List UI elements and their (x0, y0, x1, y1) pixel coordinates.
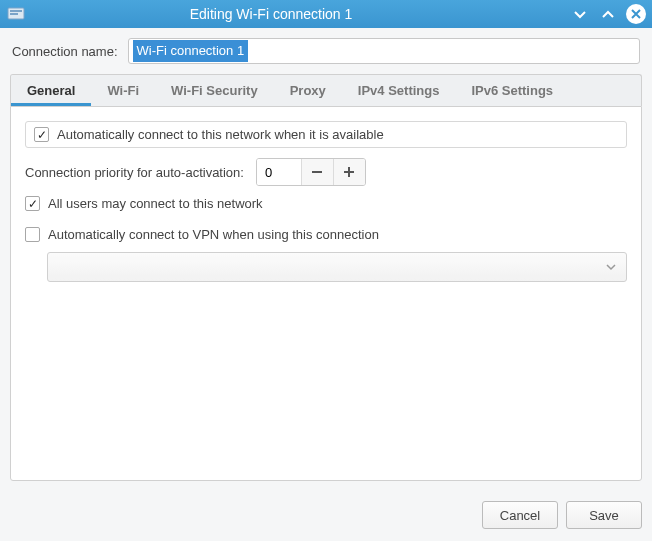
window-title: Editing Wi-Fi connection 1 (0, 6, 570, 22)
window-controls (570, 4, 646, 24)
priority-increment-button[interactable] (333, 159, 365, 185)
maximize-button[interactable] (598, 4, 618, 24)
dialog-footer: Cancel Save (0, 491, 652, 541)
vpn-checkbox[interactable] (25, 227, 40, 242)
titlebar: Editing Wi-Fi connection 1 (0, 0, 652, 28)
save-button[interactable]: Save (566, 501, 642, 529)
priority-row: Connection priority for auto-activation: (25, 158, 627, 186)
minimize-button[interactable] (570, 4, 590, 24)
window-root: Editing Wi-Fi connection 1 Connection na… (0, 0, 652, 541)
tab-proxy[interactable]: Proxy (274, 75, 342, 106)
all-users-row: All users may connect to this network (25, 196, 627, 211)
vpn-select[interactable] (47, 252, 627, 282)
priority-input[interactable] (257, 159, 301, 185)
auto-connect-row: Automatically connect to this network wh… (25, 121, 627, 148)
svg-rect-3 (312, 171, 322, 173)
tab-wifi-security[interactable]: Wi-Fi Security (155, 75, 274, 106)
content-area: Connection name: Wi-Fi connection 1 Gene… (0, 28, 652, 491)
tab-wifi[interactable]: Wi-Fi (91, 75, 155, 106)
tab-ipv6[interactable]: IPv6 Settings (455, 75, 569, 106)
auto-connect-checkbox[interactable] (34, 127, 49, 142)
priority-decrement-button[interactable] (301, 159, 333, 185)
connection-name-value: Wi-Fi connection 1 (133, 40, 249, 62)
priority-label: Connection priority for auto-activation: (25, 165, 244, 180)
chevron-down-icon (606, 262, 616, 272)
vpn-row: Automatically connect to VPN when using … (25, 227, 627, 242)
plus-icon (343, 166, 355, 178)
svg-rect-5 (348, 167, 350, 177)
all-users-checkbox[interactable] (25, 196, 40, 211)
tab-panel-general: Automatically connect to this network wh… (10, 106, 642, 481)
tab-bar: General Wi-Fi Wi-Fi Security Proxy IPv4 … (10, 74, 642, 106)
tab-general[interactable]: General (11, 75, 91, 106)
tab-ipv4[interactable]: IPv4 Settings (342, 75, 456, 106)
connection-name-label: Connection name: (12, 44, 118, 59)
close-button[interactable] (626, 4, 646, 24)
priority-spinner (256, 158, 366, 186)
connection-name-row: Connection name: Wi-Fi connection 1 (10, 38, 642, 64)
vpn-label: Automatically connect to VPN when using … (48, 227, 379, 242)
connection-name-input[interactable]: Wi-Fi connection 1 (128, 38, 640, 64)
minus-icon (311, 166, 323, 178)
all-users-label: All users may connect to this network (48, 196, 263, 211)
auto-connect-label: Automatically connect to this network wh… (57, 127, 384, 142)
cancel-button[interactable]: Cancel (482, 501, 558, 529)
